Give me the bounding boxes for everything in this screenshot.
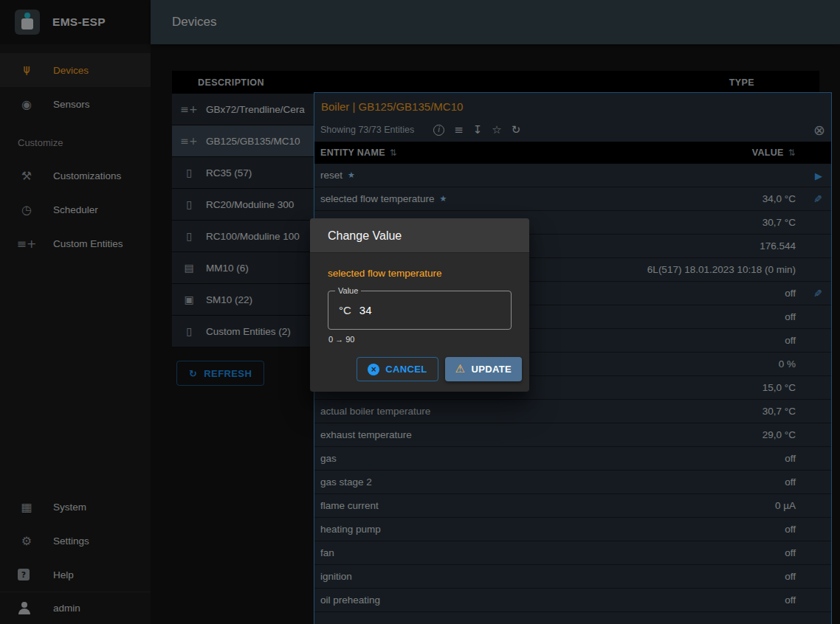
change-value-dialog: Change Value selected flow temperature V…	[310, 218, 529, 392]
range-helper-text: 0 → 90	[328, 335, 512, 344]
cancel-label: CANCEL	[385, 364, 427, 375]
update-button[interactable]: ⚠ UPDATE	[445, 357, 522, 381]
update-label: UPDATE	[471, 364, 512, 375]
dialog-body: selected flow temperature Value °C 0 → 9…	[310, 253, 529, 344]
unit-adornment: °C	[339, 304, 351, 316]
value-input[interactable]	[359, 304, 500, 316]
dialog-entity-label: selected flow temperature	[328, 268, 512, 279]
cancel-button[interactable]: × CANCEL	[357, 357, 438, 381]
warning-icon: ⚠	[455, 364, 466, 375]
cancel-icon: ×	[368, 364, 379, 375]
value-field: Value °C	[328, 291, 512, 330]
dialog-title: Change Value	[310, 218, 529, 253]
dialog-actions: × CANCEL ⚠ UPDATE	[310, 344, 529, 392]
value-field-label: Value	[335, 286, 361, 295]
